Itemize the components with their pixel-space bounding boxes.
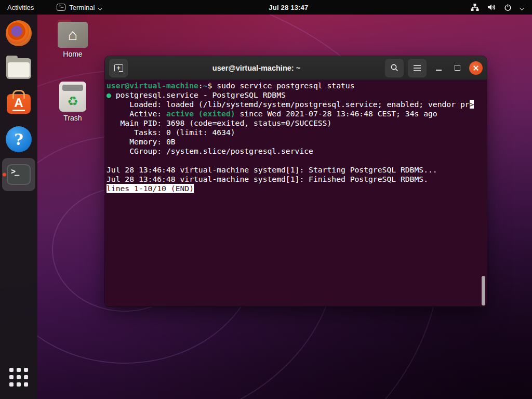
terminal-line: Jul 28 13:46:48 virtual-machine systemd[…	[107, 175, 487, 184]
terminal-line: Main PID: 3698 (code=exited, status=0/SU…	[107, 118, 487, 128]
show-applications-button[interactable]	[2, 361, 35, 394]
app-menu-label: Terminal	[69, 4, 95, 11]
prompt-path: ~	[203, 81, 208, 90]
dock-item-help[interactable]: ?	[2, 123, 35, 156]
terminal-line: Loaded: loaded (/lib/systemd/system/post…	[107, 100, 487, 109]
dock: A ? >_	[0, 15, 37, 399]
home-folder-icon: ⌂	[58, 22, 88, 48]
trash-icon: ♻	[59, 82, 86, 112]
prompt-user: user@virtual-machine	[107, 81, 198, 90]
running-indicator-dot	[3, 173, 6, 177]
volume-icon[interactable]	[487, 3, 496, 11]
firefox-icon	[6, 20, 32, 46]
terminal-icon	[57, 4, 65, 11]
files-icon	[6, 58, 31, 79]
terminal-window: user@virtual-machine: ~	[105, 56, 487, 307]
app-menu-terminal[interactable]: Terminal	[51, 0, 108, 15]
hamburger-menu-icon	[413, 64, 421, 72]
desktop-icon-label: Trash	[53, 114, 92, 122]
minimize-button[interactable]	[432, 61, 445, 75]
terminal-line: lines 1-10/10 (END)	[107, 184, 487, 193]
desktop-icon-home[interactable]: ⌂ Home	[53, 22, 92, 58]
dock-item-files[interactable]	[2, 52, 35, 85]
terminal-line: Active: active (exited) since Wed 2021-0…	[107, 109, 487, 118]
dock-item-firefox[interactable]	[2, 17, 35, 50]
terminal-line: Tasks: 0 (limit: 4634)	[107, 128, 487, 137]
terminal-icon: >_	[7, 164, 31, 185]
dock-item-terminal[interactable]: >_	[2, 158, 35, 191]
system-tray[interactable]	[463, 0, 532, 15]
window-titlebar[interactable]: user@virtual-machine: ~	[105, 56, 487, 80]
help-icon: ?	[6, 126, 32, 152]
dock-item-ubuntu-software[interactable]: A	[2, 87, 35, 121]
search-icon	[390, 63, 399, 72]
new-tab-icon	[114, 64, 123, 72]
terminal-line: CGroup: /system.slice/postgresql.service	[107, 147, 487, 156]
terminal-line: ● postgresql.service - PostgreSQL RDBMS	[107, 90, 487, 100]
window-title: user@virtual-machine: ~	[128, 64, 385, 72]
ubuntu-software-icon: A	[7, 94, 31, 114]
maximize-button[interactable]	[450, 61, 464, 75]
scrollbar-thumb[interactable]	[482, 276, 485, 305]
minimize-icon	[436, 70, 442, 71]
terminal-line: Memory: 0B	[107, 137, 487, 147]
show-applications-icon	[9, 368, 28, 387]
status-dot: ●	[107, 90, 111, 99]
desktop-icon-label: Home	[53, 50, 92, 58]
terminal-line: user@virtual-machine:~$ sudo service pos…	[107, 81, 487, 90]
activities-button[interactable]: Activities	[0, 0, 41, 15]
menu-button[interactable]	[408, 59, 427, 77]
recycle-glyph: ♻	[67, 95, 78, 108]
power-icon[interactable]	[504, 4, 512, 11]
terminal-line: Jul 28 13:46:48 virtual-machine systemd[…	[107, 165, 487, 175]
terminal-content[interactable]: user@virtual-machine:~$ sudo service pos…	[105, 80, 487, 307]
maximize-icon	[455, 65, 460, 71]
chevron-down-icon[interactable]	[520, 6, 525, 9]
truncation-marker: >	[470, 100, 474, 109]
desktop-icon-trash[interactable]: ♻ Trash	[53, 82, 92, 122]
clock[interactable]: Jul 28 13:47	[269, 4, 308, 11]
search-button[interactable]	[385, 59, 404, 77]
house-glyph: ⌂	[68, 27, 77, 43]
command-text: $ sudo service postgresql status	[208, 81, 355, 90]
top-bar: Activities Terminal Jul 28 13:47	[0, 0, 532, 15]
active-status: active (exited)	[166, 109, 235, 118]
new-tab-button[interactable]	[109, 59, 128, 77]
chevron-down-icon	[98, 6, 103, 9]
terminal-line	[107, 156, 487, 165]
network-wired-icon[interactable]	[471, 3, 479, 11]
pager-status: lines 1-10/10 (END)	[107, 184, 194, 193]
close-button[interactable]	[469, 61, 483, 75]
